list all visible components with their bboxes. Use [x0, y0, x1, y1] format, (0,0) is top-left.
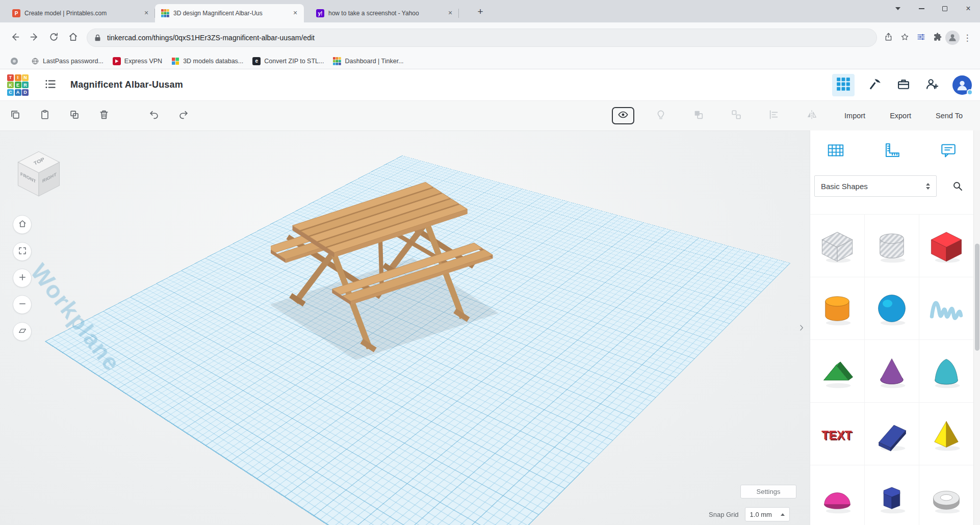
- bookmarks-bar: LastPass password... Express VPN 3D mode…: [0, 53, 980, 69]
- group-button[interactable]: [687, 104, 710, 127]
- tab-close-icon[interactable]: ×: [142, 9, 151, 18]
- bulb-icon: [655, 109, 666, 122]
- site-lock-icon[interactable]: [93, 34, 102, 42]
- fit-view-button[interactable]: [13, 242, 32, 261]
- perspective-toggle-button[interactable]: [13, 322, 32, 341]
- shape-text[interactable]: TEXTTEXT: [810, 403, 865, 465]
- shapes-category-select[interactable]: Basic Shapes: [814, 175, 937, 197]
- bookmark-zip-converter[interactable]: e Convert ZIP to STL...: [249, 56, 329, 67]
- shape-wedge[interactable]: [865, 403, 919, 465]
- bookmark-3dmodels[interactable]: 3D models databas...: [168, 56, 248, 67]
- view-cube[interactable]: TOP FRONT RIGHT: [12, 146, 65, 199]
- caret-up-icon: [781, 513, 785, 516]
- redo-button[interactable]: [172, 104, 195, 127]
- import-button[interactable]: Import: [842, 109, 867, 123]
- tinker-button[interactable]: [867, 77, 883, 93]
- paste-icon: [39, 109, 50, 122]
- window-close-button[interactable]: ×: [957, 0, 980, 17]
- tab-close-icon[interactable]: ×: [291, 9, 300, 18]
- undo-button[interactable]: [143, 104, 165, 127]
- snap-grid-value: 1.0 mm: [750, 511, 772, 518]
- extensions-button[interactable]: [929, 30, 945, 46]
- shape-pyramid[interactable]: [919, 403, 974, 465]
- browser-menu-button[interactable]: ⋮: [960, 33, 975, 43]
- design-list-button[interactable]: [43, 77, 58, 93]
- share-icon: [884, 32, 893, 44]
- shape-sphere[interactable]: [865, 277, 919, 340]
- shape-search-button[interactable]: [950, 179, 965, 195]
- ungroup-button[interactable]: [725, 104, 747, 127]
- tab-search-chevron-icon[interactable]: [886, 0, 910, 17]
- dashboard-grid-button[interactable]: [832, 74, 855, 96]
- tinkercad-logo[interactable]: TINKERCAD: [7, 74, 29, 96]
- extension-button[interactable]: [913, 30, 929, 46]
- bookmark-tinkercad-dashboard[interactable]: Dashboard | Tinker...: [330, 56, 408, 67]
- copy-button[interactable]: [4, 104, 27, 127]
- shape-tube[interactable]: [919, 465, 974, 525]
- shape-scribble[interactable]: [919, 277, 974, 340]
- notes-tool-button[interactable]: [934, 139, 963, 164]
- paste-button[interactable]: [34, 104, 56, 127]
- address-bar[interactable]: tinkercad.com/things/0qxS1HEr3ZS-magnifi…: [87, 29, 877, 47]
- scrollbar-thumb[interactable]: [975, 244, 979, 351]
- duplicate-button[interactable]: [63, 104, 86, 127]
- tab-yahoo[interactable]: y! how to take a screenshot - Yahoo ×: [310, 4, 459, 22]
- share-button[interactable]: [880, 30, 896, 46]
- person-add-icon: [925, 77, 939, 93]
- mirror-button[interactable]: [801, 104, 823, 127]
- panel-collapse-button[interactable]: [795, 318, 808, 340]
- send-to-button[interactable]: Send To: [934, 109, 965, 123]
- zoom-out-button[interactable]: [13, 295, 32, 314]
- ruler-tool-button[interactable]: [878, 139, 907, 164]
- bookmark-label: 3D models databas...: [183, 58, 243, 65]
- shape-paraboloid[interactable]: [919, 340, 974, 403]
- star-icon: [900, 32, 910, 44]
- chevron-right-icon: [798, 322, 805, 335]
- app-header: TINKERCAD Magnificent Albar-Uusam: [0, 69, 980, 101]
- bookmark-item[interactable]: [7, 56, 27, 67]
- align-button[interactable]: [763, 104, 785, 127]
- bookmark-lastpass[interactable]: LastPass password...: [28, 56, 109, 67]
- shape-box-hole[interactable]: [810, 215, 865, 277]
- shape-half-sphere[interactable]: [810, 465, 865, 525]
- list-icon: [44, 77, 57, 93]
- shape-polygon[interactable]: [865, 465, 919, 525]
- snap-grid-select[interactable]: 1.0 mm: [745, 507, 790, 521]
- picnic-table-model[interactable]: [271, 158, 536, 369]
- shapes-grid: TEXTTEXT: [810, 214, 974, 525]
- shape-roof[interactable]: [810, 340, 865, 403]
- window-minimize-button[interactable]: [910, 0, 933, 17]
- window-maximize-button[interactable]: [933, 0, 957, 17]
- shape-cylinder[interactable]: [810, 277, 865, 340]
- bookmark-expressvpn[interactable]: Express VPN: [110, 56, 167, 67]
- view-home-button[interactable]: [13, 215, 32, 234]
- viewport-canvas[interactable]: Workplane TOP FRONT RIGHT Settings Snap …: [0, 130, 810, 525]
- workplane-tool-button[interactable]: [821, 139, 850, 164]
- panel-scrollbar[interactable]: [973, 130, 980, 525]
- reload-button[interactable]: [45, 29, 62, 46]
- invite-button[interactable]: [924, 77, 940, 93]
- shape-box[interactable]: [919, 215, 974, 277]
- hide-button[interactable]: [650, 104, 672, 127]
- settings-button[interactable]: Settings: [740, 485, 796, 498]
- show-all-button[interactable]: [612, 107, 634, 124]
- forward-button[interactable]: [25, 29, 43, 46]
- zoom-in-button[interactable]: [13, 269, 32, 287]
- undo-icon: [148, 109, 160, 122]
- tab-printables[interactable]: P Create model | Printables.com ×: [6, 4, 155, 22]
- account-avatar[interactable]: [952, 75, 972, 95]
- search-icon: [951, 180, 964, 194]
- export-button[interactable]: Export: [888, 109, 913, 123]
- bookmark-star-button[interactable]: [896, 30, 913, 46]
- back-button[interactable]: [6, 29, 23, 46]
- toolbox-button[interactable]: [895, 77, 912, 93]
- shape-cone[interactable]: [865, 340, 919, 403]
- home-button[interactable]: [64, 29, 82, 46]
- tab-close-icon[interactable]: ×: [446, 9, 455, 18]
- shape-cylinder-hole[interactable]: [865, 215, 919, 277]
- browser-profile-avatar[interactable]: [945, 31, 960, 45]
- new-tab-button[interactable]: +: [473, 5, 487, 19]
- tab-tinkercad-active[interactable]: 3D design Magnificent Albar-Uus ×: [155, 4, 304, 22]
- converter-icon: e: [252, 57, 261, 65]
- delete-button[interactable]: [93, 104, 115, 127]
